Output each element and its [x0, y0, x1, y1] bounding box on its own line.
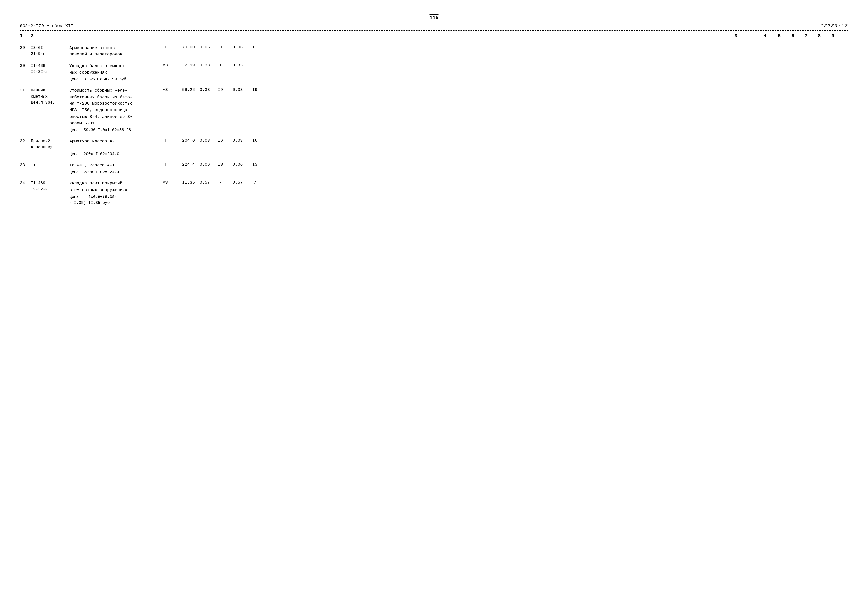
- entry-ref: II-488 I9-32-з: [31, 63, 69, 75]
- entry-num: 3I.: [20, 87, 31, 93]
- price-note: Цена: 3.52х0.85=2.99 руб.: [20, 76, 848, 82]
- col-header-5: 5: [778, 33, 785, 39]
- entry-v5: 58.28: [172, 87, 197, 92]
- entry-v7: II: [213, 45, 228, 50]
- entry-unit: T: [158, 138, 172, 143]
- entry-ref: Прилож.2 к ценнику: [31, 138, 69, 150]
- col-header-3: 3: [734, 33, 742, 39]
- col-header-4: 4: [764, 33, 771, 39]
- row-block: 3I.Ценник сметных цен.п.3645Стоимость сб…: [20, 87, 848, 133]
- col-dash-78: [813, 36, 817, 36]
- entry-ref: Ценник сметных цен.п.3645: [31, 87, 69, 106]
- col-header-8: 8: [818, 33, 825, 39]
- entry-v5: II.35: [172, 180, 197, 185]
- entry-v9: IЗ: [248, 162, 262, 167]
- entry-v7: I9: [213, 87, 228, 92]
- col-dash-23: [39, 36, 733, 36]
- entry-ref: —ıı—: [31, 162, 69, 168]
- doc-id-left: 902-2-I79 Альбом XII: [20, 23, 73, 28]
- entry-v5: I79.00: [172, 45, 197, 50]
- entry-v8: 0.06: [228, 45, 248, 50]
- col-dash-34: [743, 36, 763, 36]
- entry-num: 34.: [20, 180, 31, 185]
- price-note: Цена: 220х I.02=224.4: [20, 169, 848, 175]
- entry-v6: 0.33: [197, 63, 213, 68]
- entry-v6: 0.06: [197, 45, 213, 50]
- entry-ref: II-489 I9-32-и: [31, 180, 69, 192]
- col-dash-45: [772, 36, 777, 36]
- entry-unit: мЗ: [158, 63, 172, 68]
- doc-id-right: 12236-12: [820, 23, 848, 29]
- col-dash-67: [800, 36, 804, 36]
- entry-v8: 0.03: [228, 138, 248, 143]
- entry-v5: 204.0: [172, 138, 197, 143]
- row-block: 34.II-489 I9-32-иУкладка плит покрытий в…: [20, 180, 848, 206]
- entry-ref: IЗ-6I 2I-9-г: [31, 45, 69, 57]
- row-block: 33.—ıı—То же , класса А-IIT224.40.06IЗ0.…: [20, 162, 848, 175]
- entry-num: 30.: [20, 63, 31, 68]
- column-header-row: I 2 3 4 5 6 7 8 9: [20, 32, 848, 41]
- col-dash-56: [786, 36, 790, 36]
- col-dash-89: [826, 36, 830, 36]
- page-number: 115: [20, 15, 848, 20]
- entry-v6: 0.03: [197, 138, 213, 143]
- entry-unit: мЗ: [158, 180, 172, 185]
- entry-v8: 0.33: [228, 63, 248, 68]
- row-block: 30.II-488 I9-32-зУкладка балок в емкост-…: [20, 63, 848, 83]
- entry-v7: I: [213, 63, 228, 68]
- entry-v6: 0.57: [197, 180, 213, 185]
- entries-container: 29.IЗ-6I 2I-9-гАрмирование стыков панеле…: [20, 45, 848, 206]
- entry-v7: I6: [213, 138, 228, 143]
- entry-v8: 0.06: [228, 162, 248, 167]
- entry-v6: 0.06: [197, 162, 213, 167]
- price-note: Цена: 4.5х0.9+(8.38- - I.08)=II.35`руб.: [20, 194, 848, 206]
- entry-v8: 0.33: [228, 87, 248, 92]
- entry-v9: I6: [248, 138, 262, 143]
- entry-v6: 0.33: [197, 87, 213, 92]
- entry-desc: Укладка балок в емкост- ных сооружениях: [69, 63, 158, 76]
- col-header-9: 9: [831, 33, 839, 39]
- entry-desc: Арматура класса А-I: [69, 138, 158, 144]
- entry-v9: II: [248, 45, 262, 50]
- col-dash-end: [840, 36, 847, 36]
- entry-v5: 2.99: [172, 63, 197, 68]
- entry-desc: То же , класса А-II: [69, 162, 158, 169]
- col-header-6: 6: [791, 33, 799, 39]
- entry-v7: 7: [213, 180, 228, 185]
- entry-v9: 7: [248, 180, 262, 185]
- entry-desc: Стоимость сборных желе- зобетонных балок…: [69, 87, 158, 126]
- entry-num: 29.: [20, 45, 31, 50]
- entry-v5: 224.4: [172, 162, 197, 167]
- entry-v9: I: [248, 63, 262, 68]
- entry-desc: Укладка плит покрытий в емкостных сооруж…: [69, 180, 158, 193]
- entry-num: 33.: [20, 162, 31, 167]
- price-note: Цена: 59.30-I.0хI.02=58.28: [20, 127, 848, 133]
- entry-unit: T: [158, 45, 172, 50]
- entry-unit: T: [158, 162, 172, 167]
- col-header-2: 2: [31, 33, 38, 39]
- row-block: 29.IЗ-6I 2I-9-гАрмирование стыков панеле…: [20, 45, 848, 58]
- entry-desc: Армирование стыков панелей и перегородок: [69, 45, 158, 58]
- entry-v8: 0.57: [228, 180, 248, 185]
- price-note: Цена: 200х I.02=204.0: [20, 151, 848, 157]
- entry-v9: I9: [248, 87, 262, 92]
- entry-v7: IЗ: [213, 162, 228, 167]
- col-header-7: 7: [804, 33, 812, 39]
- entry-num: 32.: [20, 138, 31, 143]
- col-header-1: I: [20, 33, 31, 39]
- row-block: 32.Прилож.2 к ценникуАрматура класса А-I…: [20, 138, 848, 157]
- entry-unit: мЗ: [158, 87, 172, 92]
